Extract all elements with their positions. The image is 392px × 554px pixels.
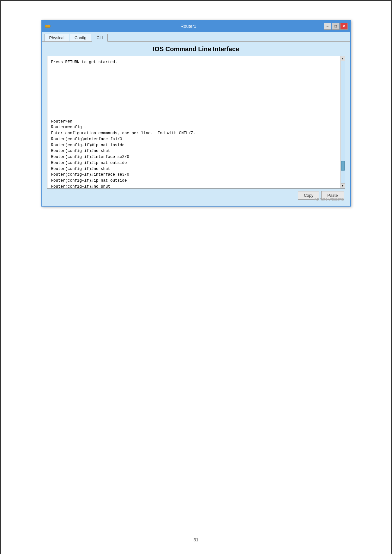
tab-cli[interactable]: CLI	[92, 34, 108, 42]
scrollbar-down-button[interactable]: ▼	[341, 183, 345, 188]
tab-config[interactable]: Config	[70, 34, 91, 41]
bottom-bar: Copy Paste Activate Windows	[47, 189, 345, 201]
restore-button[interactable]: □	[332, 23, 340, 30]
cli-scrollbar[interactable]: ▲ ▼	[341, 56, 345, 188]
scrollbar-thumb[interactable]	[341, 161, 345, 171]
page-number: 31	[14, 525, 378, 542]
activate-windows-text: Activate Windows	[314, 197, 344, 202]
window-controls: − □ ×	[324, 23, 348, 30]
page-wrapper: Router1 − □ × Physical Config CLI IOS Co…	[1, 1, 391, 554]
svg-point-1	[45, 26, 46, 27]
window-title: Router1	[53, 24, 324, 29]
tab-bar: Physical Config CLI	[42, 32, 350, 42]
title-bar: Router1 − □ ×	[42, 21, 350, 32]
svg-point-2	[46, 26, 47, 27]
scrollbar-up-button[interactable]: ▲	[341, 56, 345, 61]
section-title: IOS Command Line Interface	[47, 45, 345, 53]
router-icon	[45, 23, 51, 29]
window-content: IOS Command Line Interface Press RETURN …	[42, 42, 350, 206]
scrollbar-track	[341, 61, 345, 183]
close-button[interactable]: ×	[340, 23, 348, 30]
cli-container: Press RETURN to get started. Router>en R…	[47, 56, 345, 189]
minimize-button[interactable]: −	[324, 23, 331, 30]
cli-text-area[interactable]: Press RETURN to get started. Router>en R…	[47, 56, 341, 188]
tab-physical[interactable]: Physical	[45, 34, 69, 41]
pt-window: Router1 − □ × Physical Config CLI IOS Co…	[41, 20, 351, 207]
